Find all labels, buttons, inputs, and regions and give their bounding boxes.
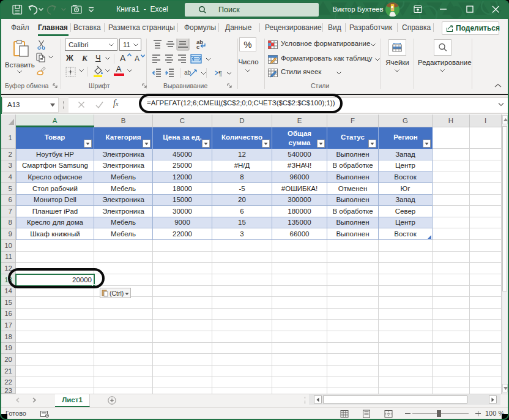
svg-text:c: c [196,43,199,50]
svg-text:¶: ¶ [218,70,222,77]
svg-text:ab: ab [184,69,191,76]
